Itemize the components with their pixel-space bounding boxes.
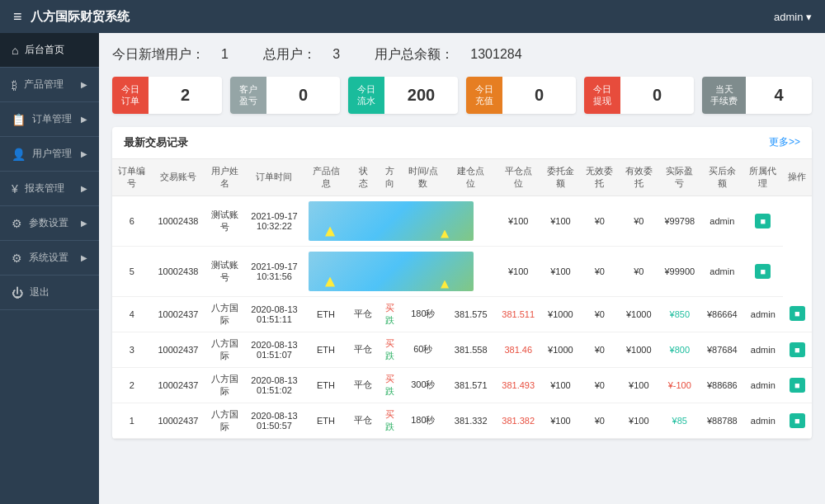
- cell-open: 381.558: [446, 332, 496, 367]
- cell-direction: 买跌: [380, 332, 400, 367]
- col-username: 用户姓名: [205, 159, 243, 196]
- action-button[interactable]: ■: [790, 413, 805, 428]
- cell-product: ETH: [304, 332, 347, 367]
- cell-balance: ¥87684: [701, 332, 744, 367]
- card-label-2: 今日流水: [348, 77, 384, 114]
- cell-username: 八方国际: [205, 403, 243, 438]
- col-status: 状态: [347, 159, 380, 196]
- cell-agent: admin: [743, 332, 782, 367]
- table-header: 最新交易记录 更多>>: [112, 127, 812, 159]
- table-row: 3 10002437 八方国际 2020-08-1301:51:07 ETH 平…: [112, 332, 812, 367]
- arrow-icon: ▶: [81, 184, 87, 193]
- orders-icon: 📋: [12, 113, 26, 126]
- action-button[interactable]: ■: [790, 342, 805, 357]
- sidebar: ⌂ 后台首页 ₿ 产品管理 ▶ 📋 订单管理 ▶ 👤 用户管理 ▶ ¥ 报表管理…: [0, 33, 99, 504]
- sidebar-item-home[interactable]: ⌂ 后台首页: [0, 33, 99, 68]
- cell-time: 2020-08-1301:51:02: [244, 367, 304, 403]
- cell-username: 八方国际: [205, 332, 243, 367]
- card-value-5: 4: [746, 79, 812, 111]
- sidebar-label-logout: 退出: [30, 285, 87, 299]
- cell-invalid: ¥0: [580, 367, 619, 403]
- sidebar-label-home: 后台首页: [25, 43, 87, 57]
- cell-id: 2: [112, 367, 151, 403]
- cell-balance: ¥88788: [701, 403, 744, 438]
- cell-account: 10002437: [151, 403, 205, 438]
- sidebar-label-reports: 报表管理: [25, 181, 74, 195]
- table-row: 6 10002438 测试账号 2021-09-1710:32:22 ¥100 …: [112, 195, 812, 246]
- col-agent: 所属代理: [743, 159, 782, 196]
- users-icon: 👤: [12, 148, 26, 161]
- cell-entrust: ¥1000: [541, 296, 580, 332]
- cell-account: 10002438: [151, 246, 205, 296]
- card-value-4: 0: [620, 79, 694, 111]
- cell-action[interactable]: ■: [743, 195, 782, 246]
- content: 今日新增用户：1 总用户：3 用户总余额：1301284 今日订单 2 客户盈亏…: [99, 33, 825, 504]
- cell-action[interactable]: ■: [743, 246, 782, 296]
- balance-value: 1301284: [470, 47, 521, 61]
- table-more[interactable]: 更多>>: [769, 135, 800, 149]
- total-users-value: 3: [332, 47, 340, 61]
- cell-open: 381.332: [446, 403, 496, 438]
- sidebar-label-users: 用户管理: [32, 147, 74, 161]
- cell-valid: ¥100: [620, 403, 658, 438]
- arrow-icon: ▶: [81, 253, 87, 262]
- col-direction: 方向: [380, 159, 400, 196]
- logout-icon: ⏻: [12, 286, 23, 299]
- cell-balance: ¥88686: [701, 367, 744, 403]
- stats-header: 今日新增用户：1 总用户：3 用户总余额：1301284: [112, 46, 812, 64]
- balance-label: 用户总余额：: [375, 47, 454, 61]
- cell-action[interactable]: ■: [783, 332, 812, 367]
- arrow-icon: ▶: [81, 80, 87, 89]
- sidebar-item-params[interactable]: ⚙ 参数设置 ▶: [0, 206, 99, 241]
- cell-product: ETH: [304, 403, 347, 438]
- action-button[interactable]: ■: [790, 378, 805, 393]
- sidebar-item-orders[interactable]: 📋 订单管理 ▶: [0, 102, 99, 137]
- cell-pnl: ¥85: [658, 403, 701, 438]
- action-button[interactable]: ■: [790, 306, 805, 321]
- table-section: 最新交易记录 更多>> 订单编号 交易账号 用户姓名 订单时间 产品信息 状态 …: [112, 127, 812, 439]
- cell-entrust: ¥100: [541, 367, 580, 403]
- col-id: 订单编号: [112, 159, 151, 196]
- sidebar-item-reports[interactable]: ¥ 报表管理 ▶: [0, 172, 99, 206]
- sidebar-item-products[interactable]: ₿ 产品管理 ▶: [0, 68, 99, 102]
- topbar: ≡ 八方国际财贸系统 admin ▾: [0, 0, 825, 33]
- cell-action[interactable]: ■: [783, 296, 812, 332]
- cell-entrust: ¥100: [541, 403, 580, 438]
- col-points: 时间/点数: [400, 159, 446, 196]
- admin-menu[interactable]: admin ▾: [774, 11, 812, 23]
- home-icon: ⌂: [12, 44, 18, 57]
- system-icon: ⚙: [12, 252, 22, 265]
- cell-invalid: ¥0: [580, 403, 619, 438]
- cell-status: 平仓: [347, 367, 380, 403]
- table-header-row: 订单编号 交易账号 用户姓名 订单时间 产品信息 状态 方向 时间/点数 建仓点…: [112, 159, 812, 196]
- card-label-1: 客户盈亏: [230, 77, 266, 114]
- cell-close: 381.511: [496, 296, 541, 332]
- cell-entrust: ¥1000: [541, 332, 580, 367]
- action-button[interactable]: ■: [755, 214, 771, 228]
- arrow-icon: ▶: [81, 115, 87, 124]
- cell-id: 6: [112, 195, 151, 246]
- action-button[interactable]: ■: [755, 264, 771, 279]
- cell-time: 2020-08-1301:51:07: [244, 332, 304, 367]
- cell-product: ETH: [304, 367, 347, 403]
- col-account: 交易账号: [151, 159, 205, 196]
- cell-product: ETH: [304, 296, 347, 332]
- cell-pnl: ¥800: [658, 332, 701, 367]
- col-product: 产品信息: [304, 159, 347, 196]
- cell-valid: ¥1000: [620, 296, 658, 332]
- cell-agent: admin: [743, 403, 782, 438]
- cell-status: 平仓: [347, 296, 380, 332]
- cell-action[interactable]: ■: [783, 367, 812, 403]
- cell-open: 381.575: [446, 296, 496, 332]
- sidebar-item-system[interactable]: ⚙ 系统设置 ▶: [0, 241, 99, 276]
- sidebar-item-users[interactable]: 👤 用户管理 ▶: [0, 137, 99, 172]
- menu-icon[interactable]: ≡: [13, 8, 22, 26]
- app-title: 八方国际财贸系统: [31, 9, 130, 25]
- cell-action[interactable]: ■: [783, 403, 812, 438]
- cell-direction: 买跌: [380, 296, 400, 332]
- card-label-3: 今日充值: [466, 77, 502, 114]
- sidebar-item-logout[interactable]: ⏻ 退出: [0, 276, 99, 310]
- sidebar-label-system: 系统设置: [29, 251, 74, 265]
- cell-valid: ¥100: [620, 367, 658, 403]
- cell-balance: ¥86664: [701, 296, 744, 332]
